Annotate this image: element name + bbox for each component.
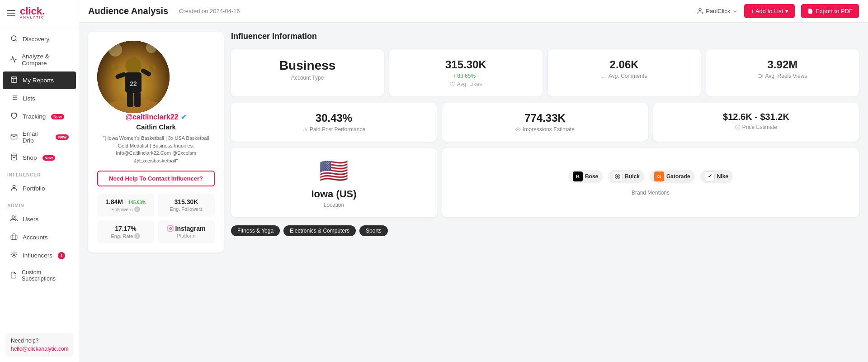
svg-point-12	[13, 254, 15, 256]
discovery-icon	[10, 35, 18, 43]
svg-point-13	[699, 9, 701, 11]
svg-rect-29	[758, 75, 762, 78]
chevron-down-icon	[732, 9, 738, 14]
sidebar-item-shop[interactable]: Shop New	[3, 149, 76, 167]
contact-button[interactable]: Need Help To Contact Influencer?	[97, 171, 215, 186]
subscriptions-icon	[10, 272, 17, 280]
sidebar-item-accounts[interactable]: Accounts	[3, 229, 76, 246]
sidebar-header: click. ANALYTIC	[0, 0, 79, 26]
profile-handle: @caitlinclark22 ✔	[97, 113, 215, 121]
svg-point-21	[111, 64, 118, 70]
info-title: Influencer Information	[231, 32, 859, 41]
impressions-card: 774.33K Impressions Estimate	[442, 103, 648, 142]
sidebar-item-portfolio[interactable]: Portfolio	[3, 180, 76, 197]
sidebar-item-tracking[interactable]: Tracking New	[3, 108, 76, 125]
info-cards-row2: 30.43% Paid Post Performance 774.33K Imp…	[231, 103, 859, 142]
svg-point-33	[518, 129, 519, 130]
svg-rect-26	[168, 226, 173, 231]
platform-stat: Instagram Platform	[158, 220, 215, 243]
svg-point-17	[125, 57, 142, 74]
shop-badge: New	[42, 155, 56, 161]
brand-buick: Buick	[608, 170, 644, 183]
svg-point-9	[13, 185, 15, 187]
tag-electronics: Electronics & Computers	[283, 225, 356, 236]
eng-rate-stat: 17.17% Eng. Rate i	[97, 220, 154, 243]
profile-name: Caitlin Clark	[97, 123, 215, 131]
sidebar-item-users[interactable]: Users	[3, 210, 76, 228]
verified-badge: ✔	[181, 113, 187, 121]
sidebar-item-lists[interactable]: Lists	[3, 90, 76, 107]
hamburger-menu[interactable]	[7, 10, 15, 16]
heart-icon	[450, 81, 455, 87]
main-content: Audience Analysis Created on 2024-04-16 …	[79, 0, 868, 362]
content-grid: 22 @caitlinclark22 ✔ Caitlin Clark "| Io…	[88, 32, 859, 252]
influencers-icon	[10, 251, 18, 260]
email-icon	[10, 133, 18, 142]
info-panel: Influencer Information Business Account …	[231, 32, 859, 236]
avatar-silhouette: 22	[97, 41, 170, 113]
profile-stats: 1.84M ↑ 145.03% Followers i 315.30K Eng.…	[97, 194, 215, 243]
brand-bose: B Bose	[568, 170, 603, 183]
help-box: Need help? hello@clickanalytic.com	[5, 333, 73, 357]
brands-label: Brand Mentions	[632, 190, 670, 196]
paid-post-card: 30.43% Paid Post Performance	[231, 103, 437, 142]
svg-point-22	[149, 65, 156, 71]
users-icon	[10, 215, 18, 224]
shop-icon	[10, 153, 18, 162]
user-profile[interactable]: PaulClick	[697, 8, 738, 14]
location-label: Location	[324, 202, 344, 208]
avg-likes-info[interactable]: i	[477, 73, 479, 79]
svg-rect-24	[134, 91, 141, 107]
export-icon	[807, 8, 813, 14]
sidebar: click. ANALYTIC Discovery Analyze & Comp…	[0, 0, 79, 362]
account-type-card: Business Account Type	[231, 49, 384, 96]
info-cards-row3: 🇺🇸 Iowa (US) Location B Bose	[231, 148, 859, 217]
comment-icon	[601, 73, 607, 79]
location-card: 🇺🇸 Iowa (US) Location	[231, 148, 437, 217]
eng-followers-stat: 315.30K Eng. Followers	[158, 194, 215, 217]
sidebar-item-discovery[interactable]: Discovery	[3, 30, 76, 48]
sidebar-item-analyze[interactable]: Analyze & Compare	[3, 48, 76, 71]
video-icon	[758, 73, 763, 79]
user-icon	[697, 8, 703, 14]
profile-bio: "| Iowa Women's Basketball | 3x USA Bask…	[97, 134, 215, 164]
page-title: Audience Analysis	[88, 6, 168, 16]
location-name: Iowa (US)	[311, 188, 356, 200]
followers-info[interactable]: i	[134, 206, 140, 212]
avg-comments-card: 2.06K Avg. Comments	[548, 49, 701, 96]
flag-emoji: 🇺🇸	[319, 157, 349, 185]
svg-rect-11	[11, 235, 17, 239]
price-estimate-card: $12.6K - $31.2K Price Estimate	[653, 103, 859, 142]
export-pdf-button[interactable]: Export to PDF	[801, 4, 859, 18]
avg-likes-card: 315.30K ↑ 83.65% i Avg. Likes	[389, 49, 542, 96]
sidebar-item-custom-subscriptions[interactable]: Custom Subscriptions	[3, 265, 76, 286]
analyze-icon	[10, 56, 17, 64]
followers-stat: 1.84M ↑ 145.03% Followers i	[97, 194, 154, 217]
buick-icon	[614, 173, 621, 180]
add-to-list-button[interactable]: + Add to List ▾	[744, 4, 795, 18]
eng-rate-info[interactable]: i	[134, 233, 140, 239]
portfolio-icon	[10, 184, 18, 193]
svg-point-0	[11, 36, 16, 41]
page-body: 22 @caitlinclark22 ✔ Caitlin Clark "| Io…	[79, 23, 868, 362]
profile-card: 22 @caitlinclark22 ✔ Caitlin Clark "| Io…	[88, 32, 224, 252]
created-date: Created on 2024-04-16	[179, 8, 240, 14]
svg-point-15	[146, 42, 157, 53]
info-cards-row1: Business Account Type 315.30K ↑ 83.65% i…	[231, 49, 859, 96]
sidebar-item-influencers[interactable]: Influencers 1	[3, 247, 76, 264]
sidebar-item-email-drip[interactable]: Email Drip New	[3, 126, 76, 148]
svg-point-14	[108, 43, 122, 57]
brand-nike: ✓ Nike	[700, 170, 733, 183]
brands-card: B Bose Bu	[442, 148, 859, 217]
svg-rect-19	[115, 71, 127, 80]
eye-icon	[515, 127, 521, 132]
avatar: 22	[97, 41, 170, 113]
sidebar-item-my-reports[interactable]: My Reports	[3, 71, 76, 89]
sidebar-nav: Discovery Analyze & Compare My Reports L…	[0, 26, 79, 328]
brand-gatorade: G Gatorade	[650, 170, 695, 183]
reports-icon	[10, 76, 18, 85]
svg-rect-23	[127, 91, 133, 107]
chart-icon	[302, 127, 308, 132]
help-email[interactable]: hello@clickanalytic.com	[11, 346, 68, 352]
svg-marker-28	[761, 75, 763, 77]
